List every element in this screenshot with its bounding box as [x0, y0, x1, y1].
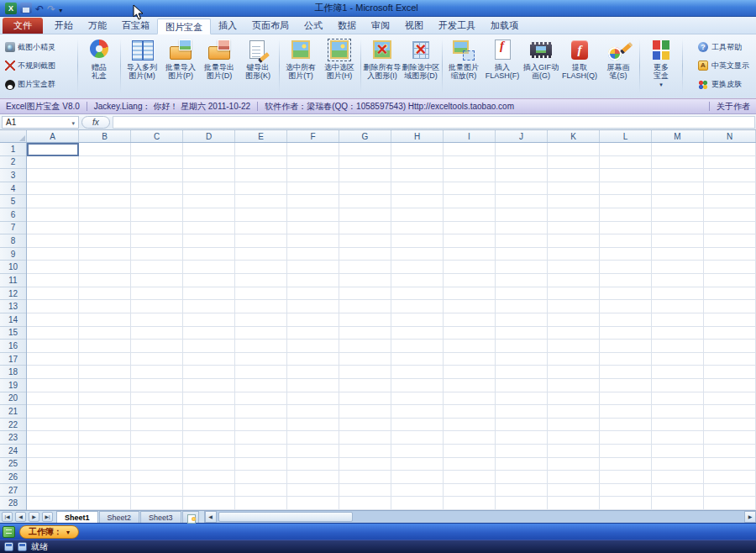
scroll-left-icon[interactable]: [205, 511, 217, 523]
last-sheet-icon[interactable]: [42, 512, 53, 522]
column-header-C[interactable]: C: [131, 130, 183, 142]
ribbon-button-select-region[interactable]: 选中选区图片(H): [320, 36, 359, 96]
ribbon-button-more-box[interactable]: 更多宝盒: [642, 36, 680, 96]
row-header-10[interactable]: 10: [0, 261, 26, 274]
ribbon-tab-5[interactable]: 图片宝盒: [157, 18, 211, 34]
undo-icon[interactable]: [35, 1, 44, 16]
ribbon-button-batch-export[interactable]: 批量导出图片(D): [200, 36, 239, 96]
row-header-22[interactable]: 22: [0, 419, 26, 432]
column-header-F[interactable]: F: [287, 130, 339, 142]
column-header-J[interactable]: J: [496, 130, 548, 142]
ribbon-tab-4[interactable]: 百宝箱: [114, 18, 157, 34]
ribbon-tab-13[interactable]: 加载项: [483, 18, 526, 34]
row-header-12[interactable]: 12: [0, 287, 26, 301]
ribbon-button-gift-box[interactable]: 赠品礼盒: [80, 36, 118, 96]
ribbon-button-insert-flash[interactable]: 插入FLASH(F): [483, 36, 522, 96]
ribbon-tab-2[interactable]: 开始: [47, 18, 81, 34]
horizontal-scrollbar[interactable]: [204, 511, 756, 523]
scrollbar-thumb[interactable]: [218, 512, 353, 522]
first-sheet-icon[interactable]: [2, 512, 13, 522]
next-sheet-icon[interactable]: [29, 512, 39, 522]
insert-worksheet-button[interactable]: [182, 511, 199, 523]
row-header-16[interactable]: 16: [0, 340, 26, 353]
column-header-D[interactable]: D: [183, 130, 235, 142]
row-header-8[interactable]: 8: [0, 234, 26, 248]
workbook-icon[interactable]: [3, 526, 15, 538]
excel-logo-icon[interactable]: [5, 3, 17, 14]
side-item-3[interactable]: 图片宝盒群: [3, 78, 76, 91]
row-header-15[interactable]: 15: [0, 327, 26, 340]
side-item-1[interactable]: 截图小精灵: [3, 41, 76, 54]
column-header-H[interactable]: H: [391, 130, 444, 142]
sheet-tab-sheet3[interactable]: Sheet3: [140, 511, 181, 523]
row-header-2[interactable]: 2: [0, 156, 26, 170]
ribbon-button-extract-flash[interactable]: 提取FLASH(Q): [560, 36, 599, 96]
ribbon-tab-10[interactable]: 审阅: [364, 18, 397, 34]
help-item-3[interactable]: 更换皮肤: [698, 79, 749, 90]
column-header-E[interactable]: E: [235, 130, 287, 142]
select-all-corner[interactable]: [0, 130, 27, 142]
about-author-link[interactable]: 关于作者: [717, 101, 750, 113]
row-header-5[interactable]: 5: [0, 195, 26, 208]
row-header-20[interactable]: 20: [0, 392, 26, 406]
ribbon-tab-12[interactable]: 开发工具: [431, 18, 483, 34]
row-header-4[interactable]: 4: [0, 182, 26, 196]
formula-input[interactable]: [113, 116, 755, 129]
scrollbar-track[interactable]: [217, 511, 744, 523]
row-header-9[interactable]: 9: [0, 248, 26, 261]
ribbon-button-import-columns[interactable]: 导入多列图片(M): [123, 36, 161, 96]
ribbon-tab-6[interactable]: 插入: [211, 18, 244, 34]
quick-access-dropdown-icon[interactable]: [59, 1, 62, 16]
ribbon-button-select-all[interactable]: 选中所有图片(T): [281, 36, 320, 96]
sheet-tab-sheet2[interactable]: Sheet2: [99, 511, 140, 523]
row-header-26[interactable]: 26: [0, 471, 26, 484]
side-item-2[interactable]: 不规则截图: [3, 60, 76, 72]
column-header-L[interactable]: L: [600, 130, 652, 142]
previous-sheet-icon[interactable]: [15, 512, 26, 522]
ribbon-tab-7[interactable]: 页面布局: [244, 18, 297, 34]
row-header-1[interactable]: 1: [0, 143, 26, 156]
row-header-3[interactable]: 3: [0, 169, 26, 182]
row-header-7[interactable]: 7: [0, 222, 26, 235]
row-header-24[interactable]: 24: [0, 445, 26, 458]
row-header-18[interactable]: 18: [0, 366, 26, 379]
ribbon-tab-11[interactable]: 视图: [397, 18, 431, 34]
help-item-2[interactable]: 中英文显示: [698, 61, 749, 71]
workbook-button[interactable]: 工作簿：: [19, 525, 79, 539]
grid-cells[interactable]: [27, 143, 756, 510]
ribbon-tab-3[interactable]: 万能: [81, 18, 114, 34]
ribbon-tab-9[interactable]: 数据: [330, 18, 364, 34]
row-header-25[interactable]: 25: [0, 458, 26, 471]
insert-function-button[interactable]: fx: [81, 116, 110, 129]
ribbon-button-delete-all[interactable]: 删除所有导入图形(I): [363, 36, 402, 96]
row-header-28[interactable]: 28: [0, 497, 26, 510]
sheet-tab-sheet1[interactable]: Sheet1: [56, 511, 98, 523]
row-header-13[interactable]: 13: [0, 300, 26, 313]
ribbon-button-key-export[interactable]: 键导出图形(K): [239, 36, 277, 96]
row-header-14[interactable]: 14: [0, 313, 26, 327]
name-box[interactable]: A1: [2, 116, 79, 129]
row-header-17[interactable]: 17: [0, 353, 26, 366]
ribbon-button-batch-resize[interactable]: 批量图片缩放(R): [444, 36, 483, 96]
window-mode-icon-2[interactable]: [18, 542, 27, 551]
column-header-K[interactable]: K: [548, 130, 600, 142]
row-header-6[interactable]: 6: [0, 208, 26, 222]
ribbon-button-batch-import[interactable]: 批量导入图片(P): [161, 36, 200, 96]
row-header-27[interactable]: 27: [0, 484, 26, 498]
ribbon-tab-8[interactable]: 公式: [297, 18, 330, 34]
addin-author-link[interactable]: 软件作者：梁瑞春(QQ：1058597543) Http://exceltool…: [265, 101, 514, 113]
redo-icon[interactable]: [47, 1, 55, 16]
row-header-23[interactable]: 23: [0, 431, 26, 445]
file-tab[interactable]: 文件: [3, 18, 43, 34]
window-mode-icon-1[interactable]: [4, 542, 13, 551]
column-header-B[interactable]: B: [79, 130, 131, 142]
help-item-1[interactable]: 工具帮助: [698, 42, 749, 53]
column-header-N[interactable]: N: [704, 130, 756, 142]
column-header-A[interactable]: A: [27, 130, 79, 142]
row-header-21[interactable]: 21: [0, 405, 26, 419]
ribbon-button-insert-gif[interactable]: 插入GIF动画(G): [522, 36, 560, 96]
ribbon-button-delete-region[interactable]: 删除选中区域图形(D): [402, 36, 440, 96]
row-header-19[interactable]: 19: [0, 379, 26, 392]
column-header-I[interactable]: I: [444, 130, 496, 142]
scroll-right-icon[interactable]: [744, 511, 756, 523]
